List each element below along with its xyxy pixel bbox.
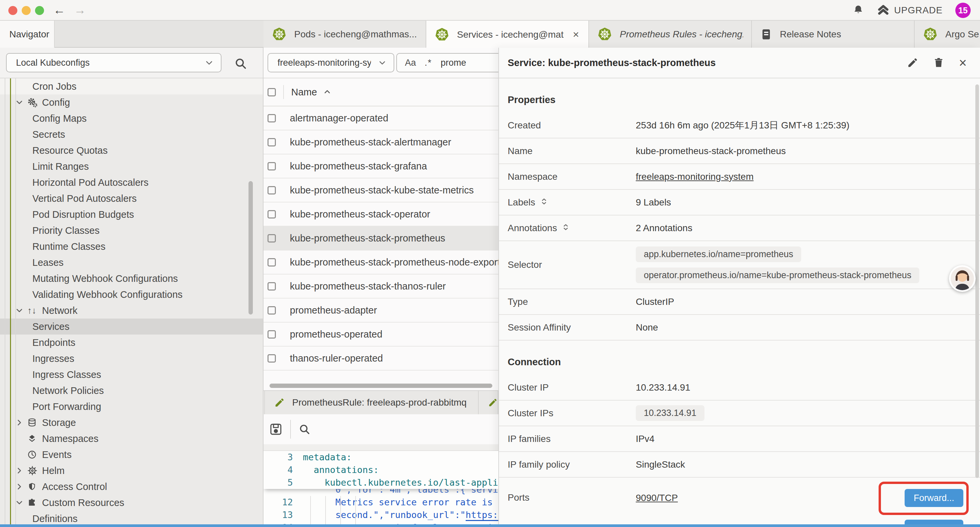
horizontal-scrollbar-thumb[interactable]: [269, 384, 492, 388]
sidebar-item-network-policies[interactable]: Network Policies: [0, 382, 263, 399]
chevron-right-icon[interactable]: [15, 419, 23, 427]
upgrade-button[interactable]: UPGRADE: [877, 4, 943, 17]
tab-release-notes[interactable]: Release Notes: [752, 21, 915, 48]
sidebar-item-config-maps[interactable]: Config Maps: [0, 110, 263, 126]
sidebar-item-validating-webhook-configurations[interactable]: Validating Webhook Configurations: [0, 287, 263, 303]
sidebar-item-config[interactable]: Config: [0, 94, 263, 110]
back-arrow-icon[interactable]: ←: [53, 3, 65, 18]
sidebar-item-events[interactable]: Events: [0, 447, 263, 463]
sidebar-item-port-forwarding[interactable]: Port Forwarding: [0, 399, 263, 415]
editor-tab-prometheusrule-freeleaps-prod-rabbitmq[interactable]: PrometheusRule: freeleaps-prod-rabbitmq: [264, 391, 479, 414]
editor-tab-clipped[interactable]: [479, 391, 498, 414]
chevron-down-icon: [197, 58, 221, 67]
row-checkbox[interactable]: [267, 138, 276, 146]
match-case-toggle[interactable]: Aa: [405, 58, 416, 68]
namespace-selector[interactable]: freeleaps-monitoring-system: [267, 53, 394, 72]
sidebar-item-limit-ranges[interactable]: Limit Ranges: [0, 158, 263, 174]
sidebar-item-ingress-classes[interactable]: Ingress Classes: [0, 366, 263, 382]
sidebar-item-priority-classes[interactable]: Priority Classes: [0, 223, 263, 239]
sidebar-item-pod-disruption-budgets[interactable]: Pod Disruption Budgets: [0, 207, 263, 223]
row-checkbox[interactable]: [267, 234, 276, 242]
kubeconfig-selector[interactable]: Local Kubeconfigs: [6, 53, 221, 72]
table-row-kube-prometheus-stack-prometheus-node-ex[interactable]: kube-prometheus-stack-prometheus-node-ex…: [264, 250, 498, 274]
chevron-down-icon[interactable]: [15, 498, 23, 507]
tab-argo-se[interactable]: Argo Se: [915, 21, 980, 48]
table-row-kube-prometheus-stack-operator[interactable]: kube-prometheus-stack-operator: [264, 202, 498, 226]
edit-pencil-icon[interactable]: [907, 57, 918, 68]
sidebar-item-access-control[interactable]: Access Control: [0, 479, 263, 495]
table-row-kube-prometheus-stack-thanos-ruler[interactable]: kube-prometheus-stack-thanos-ruler: [264, 274, 498, 299]
table-row-alertmanager-operated[interactable]: alertmanager-operated: [264, 107, 498, 131]
sidebar-item-mutating-webhook-configurations[interactable]: Mutating Webhook Configurations: [0, 271, 263, 287]
namespace-link[interactable]: freeleaps-monitoring-system: [636, 172, 754, 182]
sidebar-item-resource-quotas[interactable]: Resource Quotas: [0, 142, 263, 158]
notification-count-badge[interactable]: 15: [955, 3, 970, 18]
sort-ascending-icon[interactable]: [323, 88, 332, 96]
table-row-kube-prometheus-stack-prometheus[interactable]: kube-prometheus-stack-prometheus: [264, 226, 498, 250]
sidebar-scrollbar-thumb[interactable]: [248, 181, 253, 315]
sidebar-item-secrets[interactable]: Secrets: [0, 126, 263, 142]
runbook-url-link[interactable]: https://net: [466, 509, 498, 521]
sidebar-item-horizontal-pod-autoscalers[interactable]: Horizontal Pod Autoscalers: [0, 174, 263, 191]
table-row-kube-prometheus-stack-kube-state-metrics[interactable]: kube-prometheus-stack-kube-state-metrics: [264, 178, 498, 202]
sidebar-item-endpoints[interactable]: Endpoints: [0, 334, 263, 350]
tab-prometheus-rules-icecheng[interactable]: Prometheus Rules - icecheng...: [589, 21, 752, 48]
user-avatar[interactable]: [949, 265, 976, 292]
sidebar-item-runtime-classes[interactable]: Runtime Classes: [0, 239, 263, 255]
close-panel-icon[interactable]: ×: [959, 58, 967, 68]
tab-close-icon[interactable]: ×: [571, 29, 581, 41]
detail-scrollbar-thumb[interactable]: [975, 84, 979, 478]
row-checkbox[interactable]: [267, 114, 276, 123]
edit-pencil-icon: [488, 397, 498, 408]
service-name: kube-prometheus-stack-alertmanager: [290, 137, 451, 148]
sidebar-item-network[interactable]: ↑↓Network: [0, 303, 263, 318]
column-header-name[interactable]: Name: [291, 87, 317, 98]
minimize-window-button[interactable]: [22, 6, 31, 15]
row-checkbox[interactable]: [267, 306, 276, 315]
table-row-prometheus-operated[interactable]: prometheus-operated: [264, 323, 498, 347]
chevron-right-icon[interactable]: [15, 466, 23, 474]
select-all-checkbox[interactable]: [267, 88, 276, 96]
port-link[interactable]: 9090/TCP: [636, 493, 678, 503]
regex-toggle[interactable]: .*: [425, 58, 432, 68]
row-checkbox[interactable]: [267, 282, 276, 291]
sidebar-item-cron-jobs[interactable]: Cron Jobs: [0, 78, 263, 94]
sidebar-item-services[interactable]: Services: [0, 318, 263, 334]
chevron-down-icon[interactable]: [15, 307, 23, 315]
table-row-thanos-ruler-operated[interactable]: thanos-ruler-operated: [264, 347, 498, 371]
tab-pods-icecheng-mathmas[interactable]: Pods - icecheng@mathmas...: [264, 21, 426, 48]
chevron-right-icon[interactable]: [15, 482, 23, 490]
table-search-input[interactable]: Aa .* prome: [396, 53, 498, 72]
chevron-down-icon[interactable]: [15, 99, 23, 107]
delete-trash-icon[interactable]: [933, 57, 944, 68]
table-row-kube-prometheus-stack-alertmanager[interactable]: kube-prometheus-stack-alertmanager: [264, 131, 498, 154]
sidebar-item-vertical-pod-autoscalers[interactable]: Vertical Pod Autoscalers: [0, 191, 263, 207]
sidebar-item-namespaces[interactable]: Namespaces: [0, 431, 263, 447]
yaml-editor[interactable]: 3metadata:4 annotations:5 kubectl.kubern…: [264, 451, 498, 527]
row-checkbox[interactable]: [267, 210, 276, 218]
editor-search-icon[interactable]: [298, 423, 311, 436]
row-checkbox[interactable]: [267, 258, 276, 266]
sidebar-item-leases[interactable]: Leases: [0, 255, 263, 271]
row-checkbox[interactable]: [267, 330, 276, 339]
table-row-kube-prometheus-stack-grafana[interactable]: kube-prometheus-stack-grafana: [264, 154, 498, 178]
sidebar-item-storage[interactable]: Storage: [0, 415, 263, 431]
sort-updown-icon[interactable]: [540, 197, 548, 205]
row-checkbox[interactable]: [267, 162, 276, 170]
row-checkbox[interactable]: [267, 354, 276, 363]
table-row-prometheus-adapter[interactable]: prometheus-adapter: [264, 299, 498, 323]
sort-updown-icon[interactable]: [562, 223, 570, 231]
notifications-bell-icon[interactable]: [852, 4, 864, 16]
sidebar-item-helm[interactable]: Helm: [0, 463, 263, 479]
maximize-window-button[interactable]: [35, 6, 44, 15]
save-icon[interactable]: [269, 422, 283, 436]
close-window-button[interactable]: [8, 6, 18, 15]
tab-navigator[interactable]: Navigator: [0, 21, 55, 48]
forward-arrow-icon[interactable]: →: [74, 3, 86, 18]
row-checkbox[interactable]: [267, 186, 276, 194]
property-row-selector: Selectorapp.kubernetes.io/name=prometheu…: [499, 241, 980, 289]
sidebar-item-ingresses[interactable]: Ingresses: [0, 350, 263, 366]
tab-services-icecheng-math[interactable]: Services - icecheng@math...×: [426, 21, 589, 48]
sidebar-item-custom-resources[interactable]: Custom Resources: [0, 495, 263, 511]
sidebar-search-button[interactable]: [234, 56, 248, 71]
